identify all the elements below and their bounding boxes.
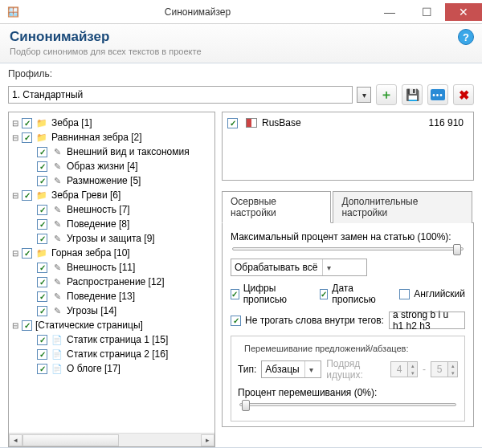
tree-node[interactable]: ⊟📁Зебра [1] bbox=[10, 116, 213, 130]
english-checkbox[interactable] bbox=[399, 289, 410, 299]
save-icon: 💾 bbox=[406, 88, 419, 101]
node-checkbox[interactable] bbox=[22, 190, 32, 201]
tree-node[interactable]: ✎Распространение [12] bbox=[25, 275, 213, 289]
process-combo[interactable]: Обрабатывать всё▾ bbox=[231, 259, 367, 276]
tree-node[interactable]: ✎Образ жизни [4] bbox=[25, 159, 213, 173]
header-subtitle: Подбор синонимов для всех текстов в прое… bbox=[10, 47, 472, 56]
process-combo-value: Обрабатывать всё bbox=[235, 262, 317, 273]
document-icon: ✎ bbox=[51, 174, 63, 187]
tree-node[interactable]: ✎Поведение [13] bbox=[25, 289, 213, 303]
scroll-right-button[interactable]: ▸ bbox=[201, 434, 214, 446]
document-icon: ✎ bbox=[51, 145, 63, 158]
scroll-left-button[interactable]: ◂ bbox=[9, 434, 22, 446]
node-checkbox[interactable] bbox=[37, 306, 47, 316]
document-icon: ✎ bbox=[51, 275, 63, 288]
type-label: Тип: bbox=[238, 364, 256, 375]
document-icon: ✎ bbox=[51, 261, 63, 274]
scroll-thumb[interactable] bbox=[22, 434, 119, 446]
expand-toggle[interactable]: ⊟ bbox=[10, 132, 20, 142]
tree-node[interactable]: ✎Размножение [5] bbox=[25, 173, 213, 188]
node-checkbox[interactable] bbox=[37, 234, 47, 244]
expand-toggle[interactable]: ⊟ bbox=[10, 248, 20, 258]
node-checkbox[interactable] bbox=[22, 248, 32, 259]
tree-node[interactable]: 📄О блоге [17] bbox=[25, 361, 213, 376]
minimize-button[interactable]: — bbox=[371, 3, 408, 21]
node-label: [Статические страницы] bbox=[35, 320, 143, 331]
node-label: Поведение [8] bbox=[67, 218, 129, 230]
dict-checkbox[interactable] bbox=[227, 118, 238, 128]
folder-icon: 📁 bbox=[35, 116, 48, 129]
node-checkbox[interactable] bbox=[37, 263, 47, 273]
node-label: Зебра Греви [6] bbox=[51, 189, 120, 201]
expand-toggle[interactable]: ⊟ bbox=[10, 118, 20, 128]
dates-checkbox[interactable] bbox=[320, 289, 329, 299]
node-label: Зебра [1] bbox=[51, 117, 92, 128]
consec-to-spin[interactable]: ▴▾ bbox=[431, 361, 458, 377]
node-checkbox[interactable] bbox=[37, 147, 47, 157]
keep-tags-checkbox[interactable] bbox=[231, 316, 241, 326]
shuffle-group: Перемешивание предложений/абзацев: Тип: … bbox=[231, 336, 465, 422]
node-checkbox[interactable] bbox=[22, 118, 32, 128]
tree-node[interactable]: ✎Угрозы и защита [9] bbox=[25, 231, 213, 246]
chevron-down-icon: ▾ bbox=[322, 259, 335, 275]
save-profile-button[interactable]: 💾 bbox=[402, 84, 423, 105]
tree-node[interactable]: ✎Внешний вид и таксономия bbox=[25, 145, 213, 159]
profile-select[interactable]: 1. Стандартный bbox=[8, 86, 353, 104]
tree-node[interactable]: ⊟📁Зебра Греви [6] bbox=[10, 188, 213, 202]
node-checkbox[interactable] bbox=[37, 335, 47, 345]
document-icon: ✎ bbox=[51, 304, 63, 317]
tree-node[interactable]: ⊟📁Горная зебра [10] bbox=[10, 246, 213, 260]
tree-node[interactable]: ✎Угрозы [14] bbox=[25, 303, 213, 318]
node-label: О блоге [17] bbox=[67, 363, 120, 374]
expand-toggle[interactable]: ⊟ bbox=[10, 190, 20, 200]
node-checkbox[interactable] bbox=[22, 132, 32, 143]
close-button[interactable]: ✕ bbox=[445, 3, 482, 21]
delete-profile-button[interactable]: ✖ bbox=[453, 84, 474, 105]
document-icon: ✎ bbox=[51, 203, 63, 216]
document-icon: ✎ bbox=[51, 290, 63, 303]
node-checkbox[interactable] bbox=[37, 277, 47, 287]
shuffle-percent-slider[interactable] bbox=[239, 403, 456, 406]
node-checkbox[interactable] bbox=[37, 161, 47, 172]
tab-basic[interactable]: Осервные настройки bbox=[222, 191, 331, 223]
tree-node[interactable]: ⊟📁Равнинная зебра [2] bbox=[10, 130, 213, 145]
tree-node[interactable]: 📄Статик страница 2 [16] bbox=[25, 347, 213, 361]
node-checkbox[interactable] bbox=[37, 349, 47, 360]
node-checkbox[interactable] bbox=[37, 291, 47, 302]
node-checkbox[interactable] bbox=[37, 219, 47, 230]
tree-node[interactable]: ✎Внешность [11] bbox=[25, 260, 213, 275]
chevron-down-icon: ▾ bbox=[304, 361, 317, 377]
english-label: Английский bbox=[414, 288, 465, 299]
more-profile-button[interactable]: ••• bbox=[427, 84, 448, 105]
digits-checkbox[interactable] bbox=[231, 289, 239, 299]
header: Синонимайзер Подбор синонимов для всех т… bbox=[0, 24, 482, 63]
node-checkbox[interactable] bbox=[37, 176, 47, 186]
tree-scrollbar[interactable]: ◂ ▸ bbox=[9, 433, 214, 446]
tree-node[interactable]: ⊟[Статические страницы] bbox=[10, 318, 213, 332]
tree-node[interactable]: 📄Статик страница 1 [15] bbox=[25, 332, 213, 347]
slider-thumb[interactable] bbox=[242, 400, 250, 411]
node-checkbox[interactable] bbox=[37, 364, 47, 374]
profile-selected: 1. Стандартный bbox=[12, 89, 83, 100]
shuffle-type-combo[interactable]: Абзацы▾ bbox=[261, 360, 321, 378]
project-tree[interactable]: ⊟📁Зебра [1]⊟📁Равнинная зебра [2]✎Внешний… bbox=[9, 112, 214, 433]
consec-from-spin[interactable]: ▴▾ bbox=[390, 361, 418, 377]
help-button[interactable]: ? bbox=[458, 29, 474, 45]
expand-toggle[interactable]: ⊟ bbox=[10, 320, 20, 330]
header-title: Синонимайзер bbox=[10, 29, 472, 45]
tab-advanced[interactable]: Дополнительные настройки bbox=[333, 191, 472, 223]
dict-count: 116 910 bbox=[429, 117, 468, 128]
tree-node[interactable]: ✎Поведение [8] bbox=[25, 217, 213, 231]
node-checkbox[interactable] bbox=[37, 205, 47, 215]
add-profile-button[interactable]: ＋ bbox=[376, 84, 397, 105]
profile-dropdown-button[interactable]: ▾ bbox=[357, 87, 371, 103]
max-replace-slider[interactable] bbox=[232, 247, 464, 250]
node-checkbox[interactable] bbox=[22, 320, 32, 331]
keep-tags-input[interactable]: a strong b i u h1 h2 h3 bbox=[389, 312, 465, 329]
tree-node[interactable]: ✎Внешность [7] bbox=[25, 202, 213, 217]
maximize-button[interactable]: ☐ bbox=[408, 3, 445, 21]
dict-name: RusBase bbox=[262, 117, 301, 128]
slider-thumb[interactable] bbox=[453, 244, 461, 255]
node-label: Поведение [13] bbox=[67, 291, 135, 302]
tabs: Осервные настройки Дополнительные настро… bbox=[222, 190, 474, 223]
